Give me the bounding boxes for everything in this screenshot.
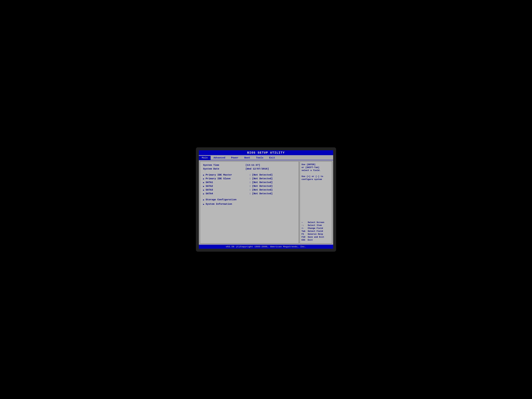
key-row: ↑↓Select Item (302, 224, 330, 227)
key-description: Select Field (308, 230, 323, 232)
system-time-label: System Time (203, 164, 246, 167)
system-date-label: System Date (203, 168, 246, 170)
device-colon: : (249, 192, 251, 195)
monitor: BIOS SETUP UTILITY MainAdvancedPowerBoot… (196, 147, 336, 252)
key-symbol: +- (302, 227, 308, 229)
system-time-value[interactable]: [13:11:37] (246, 164, 260, 167)
key-description: Select Screen (308, 221, 324, 224)
device-label: SATA1 (206, 181, 248, 184)
key-section: ↔Select Screen↑↓Select Item+-Change Fiel… (302, 221, 330, 242)
key-symbol: F1 (302, 233, 308, 235)
footer-label: v02.58 (C)Copyright 1985-2009, American … (226, 246, 306, 248)
key-description: Change Field (308, 227, 323, 229)
device-row[interactable]: ▶Primary IDE Master:[Not Detected] (203, 174, 296, 176)
device-label: SATA3 (206, 189, 248, 191)
key-description: Select Item (308, 224, 322, 227)
menu-item-main[interactable]: Main (199, 156, 211, 160)
arrow-icon: ▶ (203, 174, 204, 176)
key-symbol: F10 (302, 236, 308, 238)
left-panel: System Time [13:11:37] System Date [Wed … (200, 161, 299, 244)
device-label: SATA2 (206, 185, 248, 188)
submenu-label: Storage Configuration (206, 198, 236, 201)
device-label: SATA4 (206, 192, 248, 195)
submenu-arrow-icon: ▶ (203, 198, 204, 201)
device-row[interactable]: ▶SATA2:[Not Detected] (203, 185, 296, 188)
menu-item-exit[interactable]: Exit (266, 156, 278, 160)
key-symbol: ESC (302, 239, 308, 241)
submenu-row[interactable]: ▶System Information (203, 203, 296, 206)
device-label: Primary IDE Master (206, 174, 248, 176)
device-value: [Not Detected] (252, 181, 273, 184)
key-row: TabSelect Field (302, 230, 330, 232)
key-row: F10Save and Exit (302, 236, 330, 238)
device-colon: : (249, 185, 251, 188)
submenu-label: System Information (206, 203, 232, 206)
device-value: [Not Detected] (252, 177, 273, 180)
arrow-icon: ▶ (203, 185, 204, 188)
device-value: [Not Detected] (252, 185, 273, 188)
device-label: Primary IDE Slave (206, 177, 248, 180)
key-description: Save and Exit (308, 236, 324, 238)
device-row[interactable]: ▶SATA4:[Not Detected] (203, 192, 296, 195)
system-time-row: System Time [13:11:37] (203, 164, 296, 167)
device-row[interactable]: ▶SATA1:[Not Detected] (203, 181, 296, 184)
arrow-icon: ▶ (203, 177, 204, 180)
menu-item-advanced[interactable]: Advanced (211, 156, 228, 160)
device-value: [Not Detected] (252, 192, 273, 195)
key-row: ESCExit (302, 239, 330, 241)
key-row: ↔Select Screen (302, 221, 330, 224)
arrow-icon: ▶ (203, 192, 204, 195)
help-text-1: Use [ENTER]or [SHIFT-Tab]select a field. (302, 163, 330, 172)
right-panel: Use [ENTER]or [SHIFT-Tab]select a field.… (300, 161, 332, 244)
key-symbol: Tab (302, 230, 308, 232)
device-colon: : (249, 174, 251, 176)
system-date-row: System Date [Wed 12/07/2016] (203, 168, 296, 170)
bios-title: BIOS SETUP UTILITY (247, 151, 285, 154)
bios-screen: BIOS SETUP UTILITY MainAdvancedPowerBoot… (199, 150, 333, 249)
devices-list: ▶Primary IDE Master:[Not Detected]▶Prima… (203, 174, 296, 195)
menu-item-power[interactable]: Power (228, 156, 241, 160)
title-bar: BIOS SETUP UTILITY (199, 150, 333, 155)
submenu-row[interactable]: ▶Storage Configuration (203, 198, 296, 201)
device-value: [Not Detected] (252, 189, 273, 191)
key-description: Exit (308, 239, 313, 241)
device-colon: : (249, 177, 251, 180)
arrow-icon: ▶ (203, 181, 204, 184)
key-row: F1General Help (302, 233, 330, 235)
menu-item-boot[interactable]: Boot (241, 156, 253, 160)
system-date-value[interactable]: [Wed 12/07/2016] (246, 168, 269, 170)
key-description: General Help (308, 233, 323, 235)
key-row: +-Change Field (302, 227, 330, 229)
help-text-2: Use [+] or [-] toconfigure system (302, 175, 330, 181)
device-colon: : (249, 189, 251, 191)
submenus-list: ▶Storage Configuration▶System Informatio… (203, 198, 296, 206)
device-value: [Not Detected] (252, 174, 273, 176)
menu-bar: MainAdvancedPowerBootToolsExit (199, 155, 333, 160)
key-symbol: ↑↓ (302, 224, 308, 227)
footer: v02.58 (C)Copyright 1985-2009, American … (199, 245, 333, 249)
key-symbol: ↔ (302, 221, 308, 224)
device-row[interactable]: ▶SATA3:[Not Detected] (203, 189, 296, 191)
arrow-icon: ▶ (203, 189, 204, 191)
device-row[interactable]: ▶Primary IDE Slave:[Not Detected] (203, 177, 296, 180)
menu-item-tools[interactable]: Tools (253, 156, 266, 160)
main-content: System Time [13:11:37] System Date [Wed … (199, 160, 333, 245)
device-colon: : (249, 181, 251, 184)
submenu-arrow-icon: ▶ (203, 203, 204, 206)
